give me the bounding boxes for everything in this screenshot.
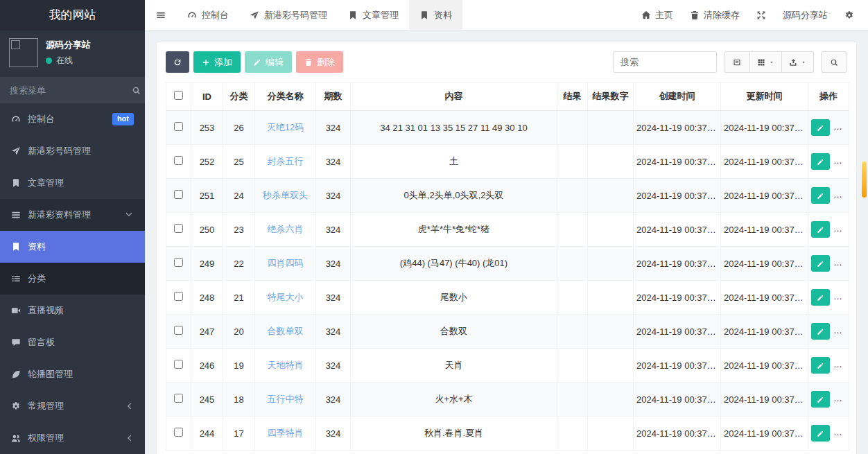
row-edit-button[interactable] xyxy=(811,391,830,408)
row-checkbox[interactable] xyxy=(174,394,183,403)
edit-button[interactable]: 编辑 xyxy=(245,51,292,73)
row-edit-button[interactable] xyxy=(811,425,830,442)
row-edit-button[interactable] xyxy=(811,221,830,238)
column-header[interactable]: 分类 xyxy=(223,82,255,111)
table-row[interactable]: 25124秒杀单双头3240头单,2头单,0头双,2头双2024-11-19 0… xyxy=(166,179,849,213)
category-name-link[interactable]: 合数单双 xyxy=(268,326,304,336)
pencil-icon xyxy=(817,328,824,335)
column-header[interactable]: 结果数字 xyxy=(588,82,634,111)
category-name-link[interactable]: 秒杀单双头 xyxy=(263,190,308,200)
top-action-clear-cache[interactable]: 清除缓存 xyxy=(682,0,748,30)
cell-operations xyxy=(808,213,849,247)
sidebar-item-label: 常规管理 xyxy=(28,400,117,412)
sidebar-item-carousel[interactable]: 轮播图管理 xyxy=(0,358,145,390)
column-header[interactable]: 结果 xyxy=(557,82,588,111)
column-header[interactable]: 更新时间 xyxy=(721,82,808,111)
table-search-input[interactable] xyxy=(613,51,717,73)
category-name-link[interactable]: 绝杀六肖 xyxy=(268,224,304,234)
row-checkbox[interactable] xyxy=(174,360,183,369)
row-checkbox[interactable] xyxy=(174,224,183,233)
top-action-home[interactable]: 主页 xyxy=(633,0,682,30)
sidebar-item-message-board[interactable]: 留言板 xyxy=(0,326,145,358)
topbar: 控制台新港彩号码管理文章管理资料 主页清除缓存源码分享站 xyxy=(145,0,868,30)
refresh-icon xyxy=(173,58,182,67)
tab-dashboard[interactable]: 控制台 xyxy=(177,0,239,30)
add-button[interactable]: 添加 xyxy=(193,51,241,73)
column-header[interactable]: 创建时间 xyxy=(634,82,721,111)
select-all-checkbox[interactable] xyxy=(174,91,183,100)
cell-content: 天肖 xyxy=(351,349,557,383)
row-checkbox[interactable] xyxy=(174,326,183,335)
table-row[interactable]: 25225封杀五行324土2024-11-19 00:37:212024-11-… xyxy=(166,145,849,179)
table-row[interactable]: 24720合数单双324合数双2024-11-19 00:37:142024-1… xyxy=(166,315,849,349)
column-header[interactable]: 内容 xyxy=(351,82,557,111)
category-name-link[interactable]: 四肖四码 xyxy=(268,258,304,268)
column-header[interactable]: ID xyxy=(191,82,223,111)
sidebar-item-general[interactable]: 常规管理 xyxy=(0,390,145,422)
category-name-link[interactable]: 封杀五行 xyxy=(268,156,304,166)
user-panel[interactable]: 源码分享站 在线 xyxy=(0,30,145,73)
category-name-link[interactable]: 五行中特 xyxy=(268,394,304,404)
tab-label: 资料 xyxy=(434,9,452,21)
table-row[interactable]: 25023绝杀六肖324虎*羊*牛*兔*蛇*猪2024-11-19 00:37:… xyxy=(166,213,849,247)
sidebar-item-dashboard[interactable]: 控制台hot xyxy=(0,103,145,135)
top-action-site-name[interactable]: 源码分享站 xyxy=(774,0,836,30)
export-button[interactable] xyxy=(782,51,814,73)
sidebar-item-category[interactable]: 分类 xyxy=(0,263,145,295)
table-row[interactable]: 25326灭绝12码32434 21 31 01 13 35 15 27 11 … xyxy=(166,111,849,145)
tab-label: 文章管理 xyxy=(363,9,399,21)
table-row[interactable]: 24518五行中特324火+水+木2024-11-19 00:37:112024… xyxy=(166,383,849,417)
delete-button[interactable]: 删除 xyxy=(296,51,343,73)
row-edit-button[interactable] xyxy=(811,153,830,170)
category-name-link[interactable]: 四季特肖 xyxy=(268,428,304,438)
row-checkbox[interactable] xyxy=(174,428,183,437)
category-name-link[interactable]: 特尾大小 xyxy=(268,292,304,302)
detail-view-button[interactable] xyxy=(724,51,750,73)
topbar-tabs: 控制台新港彩号码管理文章管理资料 xyxy=(177,0,462,30)
table-row[interactable]: 24417四季特肖324秋肖.春肖.夏肖2024-11-19 00:37:102… xyxy=(166,417,849,451)
table-row[interactable]: 24619天地特肖324天肖2024-11-19 00:37:132024-11… xyxy=(166,349,849,383)
cell-period: 324 xyxy=(316,315,351,349)
cell-operations xyxy=(808,349,849,383)
sidebar-search-input[interactable] xyxy=(10,85,132,96)
cell-period: 324 xyxy=(316,281,351,315)
table-row[interactable]: 24922四肖四码324(鸡44) (马47) (牛40) (龙01)2024-… xyxy=(166,247,849,281)
columns-button[interactable] xyxy=(750,51,782,73)
row-edit-button[interactable] xyxy=(811,255,830,272)
row-edit-button[interactable] xyxy=(811,289,830,306)
sidebar-item-lottery-data[interactable]: 新港彩资料管理 xyxy=(0,199,145,231)
column-header[interactable]: 期数 xyxy=(316,82,351,111)
cell-category-name: 特尾大小 xyxy=(255,281,316,315)
table-row[interactable]: 24821特尾大小324尾数小2024-11-19 00:37:152024-1… xyxy=(166,281,849,315)
sidebar-item-auth[interactable]: 权限管理 xyxy=(0,422,145,454)
row-edit-button[interactable] xyxy=(811,357,830,374)
row-checkbox[interactable] xyxy=(174,258,183,267)
tab-article[interactable]: 文章管理 xyxy=(338,0,409,30)
column-header[interactable]: 分类名称 xyxy=(255,82,316,111)
top-action-settings[interactable] xyxy=(836,0,862,30)
row-checkbox[interactable] xyxy=(174,156,183,165)
pencil-icon xyxy=(817,260,824,268)
row-edit-button[interactable] xyxy=(811,119,830,136)
search-toggle-button[interactable] xyxy=(821,51,847,73)
sidebar-item-lottery-number[interactable]: 新港彩号码管理 xyxy=(0,135,145,167)
tab-data[interactable]: 资料 xyxy=(409,0,462,30)
row-checkbox[interactable] xyxy=(174,292,183,301)
row-edit-button[interactable] xyxy=(811,323,830,340)
sidebar-item-article[interactable]: 文章管理 xyxy=(0,167,145,199)
column-header[interactable]: 操作 xyxy=(808,82,849,111)
category-name-link[interactable]: 天地特肖 xyxy=(268,360,304,370)
row-edit-button[interactable] xyxy=(811,187,830,204)
category-name-link[interactable]: 灭绝12码 xyxy=(267,122,304,132)
refresh-button[interactable] xyxy=(166,51,189,73)
sidebar-toggle-button[interactable] xyxy=(145,0,177,30)
row-checkbox[interactable] xyxy=(174,122,183,131)
tab-lottery-number[interactable]: 新港彩号码管理 xyxy=(239,0,338,30)
row-checkbox[interactable] xyxy=(174,190,183,199)
cell-result xyxy=(557,315,588,349)
edge-scroll-indicator[interactable] xyxy=(862,161,867,198)
top-action-fullscreen[interactable] xyxy=(748,0,774,30)
bookmark-icon xyxy=(419,10,429,20)
sidebar-item-live-video[interactable]: 直播视频 xyxy=(0,295,145,326)
sidebar-item-data[interactable]: 资料 xyxy=(0,231,145,263)
